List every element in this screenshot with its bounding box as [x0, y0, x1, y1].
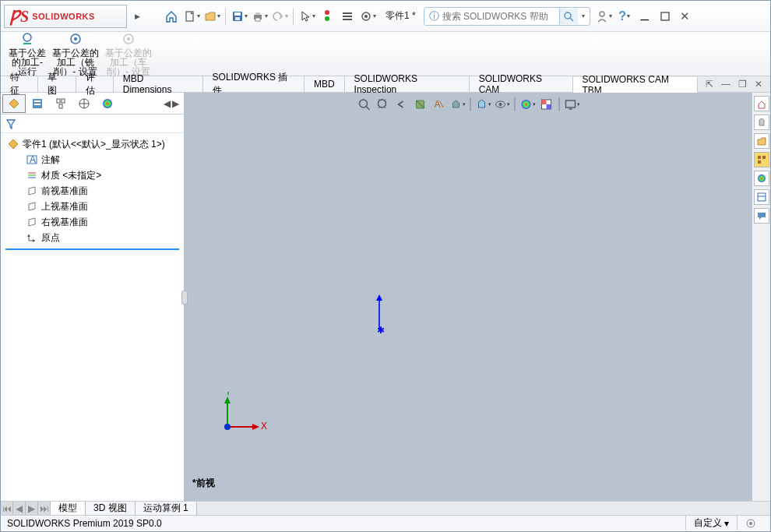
filter-icon[interactable]: [5, 118, 16, 129]
btab-prev[interactable]: ◀: [13, 502, 26, 515]
tree-item-top-plane[interactable]: 上视基准面: [2, 199, 182, 214]
svg-rect-63: [758, 156, 761, 159]
status-custom[interactable]: 自定义 ▾: [685, 516, 737, 530]
property-manager-tab[interactable]: [26, 94, 49, 113]
appearance-icon[interactable]: ▾: [519, 96, 537, 113]
help-icon: ⓘ: [429, 9, 439, 23]
scene-icon[interactable]: [538, 96, 555, 113]
custom-properties-icon[interactable]: [754, 189, 769, 205]
section-view-icon[interactable]: [412, 96, 429, 113]
filter-row: [1, 115, 184, 133]
save-button[interactable]: ▾: [230, 7, 248, 26]
tree-item-origin[interactable]: 原点: [2, 230, 182, 245]
tree-label: 右视基准面: [41, 216, 88, 229]
doc-maximize-button[interactable]: ❐: [738, 79, 747, 90]
user-button[interactable]: ▾: [595, 7, 614, 26]
display-style-icon[interactable]: ▾: [475, 96, 492, 113]
status-indicator-icon[interactable]: [737, 516, 764, 530]
select-button[interactable]: ▾: [297, 7, 316, 26]
svg-point-14: [565, 12, 571, 19]
logo-dropdown[interactable]: ▶: [128, 7, 146, 26]
feature-tree: 零件1 (默认<<默认>_显示状态 1>) A 注解 材质 <未指定> 前视基准…: [1, 133, 184, 256]
file-explorer-icon[interactable]: [754, 133, 769, 149]
search-button[interactable]: [559, 9, 578, 24]
svg-rect-25: [34, 104, 40, 105]
settings-button[interactable]: ▾: [358, 7, 377, 26]
graphics-viewport[interactable]: A ▾ ▾ ▾ ▾ ▾ ✱ Y X *前视: [185, 93, 752, 501]
new-button[interactable]: ▾: [182, 7, 201, 26]
maximize-button[interactable]: [656, 7, 674, 26]
tab-mbd-dimensions[interactable]: MBD Dimensions: [114, 76, 203, 92]
app-logo[interactable]: ǷS SOLIDWORKS: [4, 5, 127, 28]
hide-show-icon[interactable]: ▾: [494, 96, 511, 113]
gear-mill-icon: [67, 31, 84, 47]
gear-turn-icon: [120, 31, 137, 47]
panel-resize-handle[interactable]: [181, 291, 188, 305]
tree-label: 注解: [41, 153, 60, 167]
svg-rect-52: [547, 104, 551, 109]
svg-rect-51: [542, 100, 547, 104]
home-button[interactable]: [162, 7, 181, 26]
svg-point-40: [360, 100, 368, 107]
options-button[interactable]: [338, 7, 357, 26]
svg-text:✱: ✱: [377, 325, 385, 336]
tab-inspection[interactable]: SOLIDWORKS Inspection: [345, 76, 470, 92]
btab-model[interactable]: 模型: [51, 502, 86, 515]
tab-sketch[interactable]: 草图: [38, 76, 76, 92]
tab-mbd[interactable]: MBD: [305, 76, 345, 92]
tbm-mill-button[interactable]: 基于公差的 加工（铣 削）- 设置: [52, 31, 99, 76]
svg-rect-3: [235, 17, 240, 20]
btab-3dview[interactable]: 3D 视图: [86, 502, 136, 515]
brand-text: SOLIDWORKS: [32, 12, 95, 21]
tree-insertion-bar[interactable]: [5, 248, 179, 250]
sw-resources-icon[interactable]: [754, 96, 769, 111]
dynamic-annotation-icon[interactable]: A: [431, 96, 448, 113]
traffic-light-icon[interactable]: [318, 7, 336, 26]
annotation-icon: A: [26, 153, 38, 166]
tab-cam[interactable]: SOLIDWORKS CAM: [470, 76, 573, 92]
tree-item-front-plane[interactable]: 前视基准面: [2, 183, 182, 199]
tbm-run-button[interactable]: 基于公差 的加工- 运行: [9, 31, 46, 76]
tree-item-material[interactable]: 材质 <未指定>: [2, 167, 182, 183]
tree-root[interactable]: 零件1 (默认<<默认>_显示状态 1>): [2, 136, 182, 152]
design-library-icon[interactable]: [754, 115, 769, 130]
zoom-area-icon[interactable]: [375, 96, 392, 113]
appearances-icon[interactable]: [754, 171, 769, 186]
forum-icon[interactable]: [754, 208, 769, 224]
view-settings-icon[interactable]: ▾: [564, 96, 581, 113]
svg-point-8: [325, 16, 329, 21]
doc-minimize-button[interactable]: —: [721, 79, 731, 90]
origin-triad-icon: ✱: [356, 291, 403, 338]
svg-rect-5: [255, 12, 260, 15]
tab-evaluate[interactable]: 评估: [76, 76, 114, 92]
plane-icon: [26, 185, 38, 197]
doc-close-button[interactable]: ✕: [755, 79, 762, 90]
search-input[interactable]: [442, 11, 559, 22]
previous-view-icon[interactable]: [393, 96, 410, 113]
tree-item-annotations[interactable]: A 注解: [2, 152, 182, 167]
search-box[interactable]: ⓘ ▾: [424, 7, 590, 26]
btab-first[interactable]: ⏮: [1, 502, 13, 515]
tab-cam-tbm[interactable]: SOLIDWORKS CAM TBM: [573, 77, 698, 93]
undo-button[interactable]: ▾: [270, 7, 289, 26]
side-next-button[interactable]: ▶: [172, 98, 179, 109]
doc-expand-icon[interactable]: ⇱: [706, 79, 713, 90]
view-orientation-icon[interactable]: ▾: [449, 96, 466, 113]
view-palette-icon[interactable]: [754, 152, 769, 167]
help-button[interactable]: ?▾: [615, 7, 634, 26]
open-button[interactable]: ▾: [202, 7, 221, 26]
tab-features[interactable]: 特征: [1, 76, 38, 92]
zoom-fit-icon[interactable]: [356, 96, 373, 113]
tree-label: 上视基准面: [41, 200, 88, 213]
minimize-button[interactable]: _: [635, 7, 654, 26]
btab-motion[interactable]: 运动算例 1: [136, 502, 197, 515]
close-button[interactable]: ✕: [676, 7, 695, 26]
svg-rect-17: [661, 12, 669, 20]
btab-last[interactable]: ⏭: [38, 502, 51, 515]
side-prev-button[interactable]: ◀: [164, 98, 171, 109]
btab-next[interactable]: ▶: [26, 502, 38, 515]
print-button[interactable]: ▾: [250, 7, 269, 26]
material-icon: [26, 169, 38, 181]
tree-item-right-plane[interactable]: 右视基准面: [2, 214, 182, 230]
tab-addins[interactable]: SOLIDWORKS 插件: [203, 76, 305, 92]
